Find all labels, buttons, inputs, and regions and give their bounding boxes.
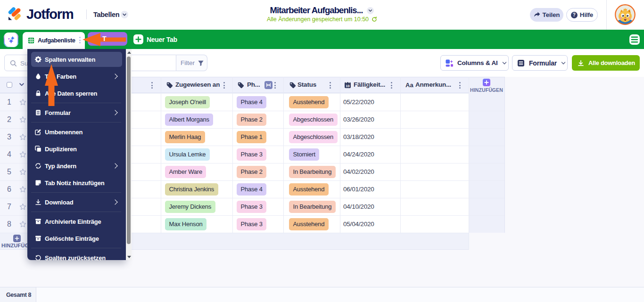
svg-text:10: 10	[346, 84, 349, 88]
